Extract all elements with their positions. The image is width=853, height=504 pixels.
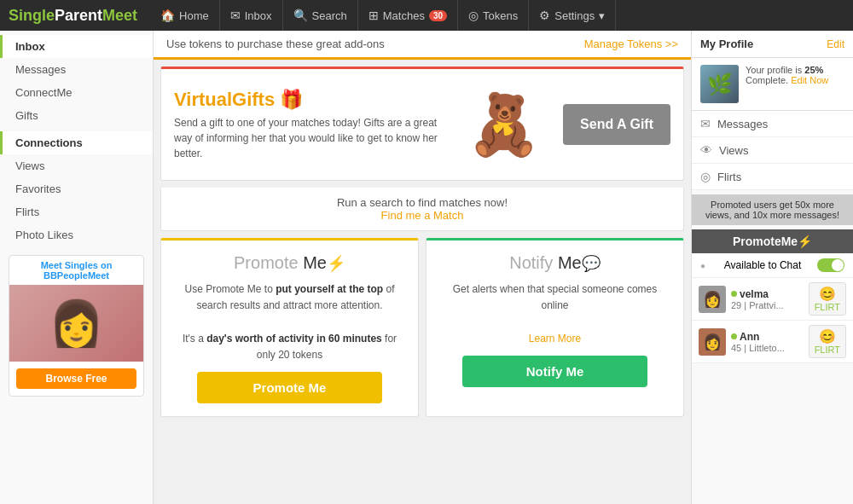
- notify-me-card: Notify Me💬 Get alerts when that special …: [426, 238, 684, 417]
- right-menu-messages[interactable]: ✉ Messages: [692, 111, 853, 137]
- sidebar-item-views[interactable]: Views: [0, 154, 153, 177]
- notify-me-title: Notify Me💬: [439, 253, 670, 273]
- chat-user-ann-name: Ann: [731, 331, 804, 343]
- find-match-section: Run a search to find matches now! Find m…: [160, 188, 684, 231]
- settings-icon: ⚙: [539, 9, 550, 22]
- sidebar-ad-text1: Meet Singles on: [41, 260, 113, 270]
- virtual-gifts-card: VirtualGifts 🎁 Send a gift to one of you…: [160, 67, 684, 181]
- sidebar-ad-text2: BBPeopleMeet: [44, 270, 109, 281]
- profile-complete-text: Your profile is: [746, 65, 802, 75]
- available-dot-icon: ●: [700, 261, 705, 270]
- right-menu-views-label: Views: [719, 144, 748, 157]
- home-icon: 🏠: [160, 9, 175, 22]
- main-content: Use tokens to purchase these great add-o…: [154, 31, 691, 504]
- right-sidebar: My Profile Edit 🌿 Your profile is 25% Co…: [691, 31, 853, 504]
- right-menu-messages-label: Messages: [717, 118, 768, 130]
- profile-percent: 25%: [804, 65, 823, 75]
- promote-me-mini-label: PromoteMe⚡: [733, 235, 812, 248]
- profile-edit-now[interactable]: Edit Now: [791, 75, 828, 85]
- send-gift-button[interactable]: Send A Gift: [563, 104, 670, 145]
- bolt-icon: ⚡: [327, 255, 345, 272]
- online-dot-velma: [731, 291, 737, 297]
- inbox-icon: ✉: [230, 9, 241, 22]
- available-chat-label: Available to Chat: [724, 259, 802, 271]
- my-profile-title: My Profile: [700, 38, 753, 50]
- sidebar-ad: Meet Singles on BBPeopleMeet 👩 Browse Fr…: [9, 255, 144, 397]
- smiley-icon-velma: 😊: [815, 286, 840, 302]
- token-banner: Use tokens to purchase these great add-o…: [154, 31, 691, 60]
- browse-free-button[interactable]: Browse Free: [16, 368, 136, 389]
- right-menu-flirts[interactable]: ◎ Flirts: [692, 164, 853, 190]
- logo-part3: Meet: [102, 7, 137, 24]
- matches-badge: 30: [429, 10, 447, 21]
- sidebar-item-messages[interactable]: Messages: [0, 58, 153, 81]
- nav-bar: 🏠 Home ✉ Inbox 🔍 Search ⊞ Matches 30 ◎ T…: [150, 0, 616, 31]
- bottom-cards: Promote Me⚡ Use Promote Me to put yourse…: [160, 238, 684, 417]
- promote-me-mini-banner[interactable]: PromoteMe⚡: [692, 229, 853, 253]
- heart-icon: 💬: [582, 255, 601, 272]
- sidebar-item-connectme[interactable]: ConnectMe: [0, 81, 153, 104]
- profile-edit-link[interactable]: Edit: [827, 38, 844, 50]
- promote-desc: Use Promote Me to put yourself at the to…: [174, 281, 405, 363]
- notify-me-button[interactable]: Notify Me: [462, 356, 647, 387]
- chevron-down-icon: ▾: [599, 9, 605, 22]
- find-match-text: Run a search to find matches now!: [337, 196, 508, 209]
- toggle-knob: [832, 259, 844, 271]
- promote-me-title: Promote Me⚡: [174, 253, 405, 273]
- nav-item-home[interactable]: 🏠 Home: [150, 0, 220, 31]
- profile-complete2: Complete.: [746, 75, 788, 85]
- nav-matches-label: Matches: [383, 9, 425, 22]
- site-logo: SingleParentMeet: [9, 7, 137, 25]
- vg-text: VirtualGifts 🎁 Send a gift to one of you…: [174, 89, 444, 161]
- vg-title: VirtualGifts 🎁: [174, 89, 444, 111]
- online-dot-ann: [731, 333, 737, 339]
- logo-part1: Single: [9, 7, 55, 24]
- views-icon: 👁: [700, 143, 712, 157]
- person-silhouette: 👩: [49, 298, 104, 350]
- smiley-icon-ann: 😊: [815, 328, 840, 345]
- bolt-mini-icon: ⚡: [798, 235, 812, 248]
- chat-user-velma-thumb: 👩: [699, 286, 726, 313]
- promo-text: Promoted users get 50x more views, and 1…: [705, 200, 839, 220]
- sidebar-connections-header: Connections: [0, 131, 153, 154]
- chat-user-velma-name: velma: [731, 288, 804, 300]
- gift-icon: 🎁: [280, 89, 303, 110]
- notify-gray: Notify: [509, 253, 553, 272]
- flirt-button-ann[interactable]: 😊 FLIRT: [809, 325, 846, 358]
- chat-user-ann-detail: 45 | Littleto...: [731, 343, 804, 353]
- manage-tokens-link[interactable]: Manage Tokens >>: [584, 38, 678, 50]
- flirt-button-velma[interactable]: 😊 FLIRT: [809, 282, 846, 316]
- nav-item-inbox[interactable]: ✉ Inbox: [220, 0, 283, 31]
- find-match-link[interactable]: Find me a Match: [170, 209, 675, 222]
- token-banner-text: Use tokens to purchase these great add-o…: [166, 38, 385, 50]
- vg-title-gray: Virtual: [174, 89, 232, 110]
- promote-gray: Promote: [234, 253, 299, 272]
- sidebar-item-favorites[interactable]: Favorites: [0, 177, 153, 200]
- matches-icon: ⊞: [368, 9, 379, 22]
- nav-item-settings[interactable]: ⚙ Settings ▾: [529, 0, 616, 31]
- promote-me-button[interactable]: Promote Me: [197, 372, 382, 403]
- nav-item-matches[interactable]: ⊞ Matches 30: [358, 0, 458, 31]
- chat-user-ann-info: Ann 45 | Littleto...: [731, 331, 804, 353]
- notify-me-dark: Me: [558, 253, 582, 272]
- sidebar-item-gifts[interactable]: Gifts: [0, 104, 153, 127]
- available-chat-toggle[interactable]: [817, 258, 844, 272]
- sidebar-ad-image: 👩: [9, 285, 143, 362]
- nav-item-tokens[interactable]: ◎ Tokens: [458, 0, 529, 31]
- sidebar-item-photo-likes[interactable]: Photo Likes: [0, 223, 153, 246]
- tokens-icon: ◎: [468, 9, 479, 22]
- nav-item-search[interactable]: 🔍 Search: [283, 0, 358, 31]
- notify-learn-more[interactable]: Learn More: [529, 333, 581, 345]
- nav-settings-label: Settings: [554, 9, 595, 22]
- messages-icon: ✉: [700, 117, 711, 130]
- sidebar-item-flirts[interactable]: Flirts: [0, 200, 153, 223]
- promo-banner-text: Promoted users get 50x more views, and 1…: [692, 194, 853, 225]
- right-menu-flirts-label: Flirts: [717, 171, 741, 183]
- vg-title-orange: Gifts: [232, 89, 275, 110]
- chat-user-velma: 👩 velma 29 | Prattvi... 😊 FLIRT: [692, 278, 853, 321]
- main-layout: Inbox Messages ConnectMe Gifts Connectio…: [0, 31, 853, 504]
- my-profile-header: My Profile Edit: [692, 31, 853, 58]
- chat-user-ann-thumb: 👩: [699, 328, 726, 356]
- right-menu-views[interactable]: 👁 Views: [692, 137, 853, 164]
- header: SingleParentMeet 🏠 Home ✉ Inbox 🔍 Search…: [0, 0, 853, 31]
